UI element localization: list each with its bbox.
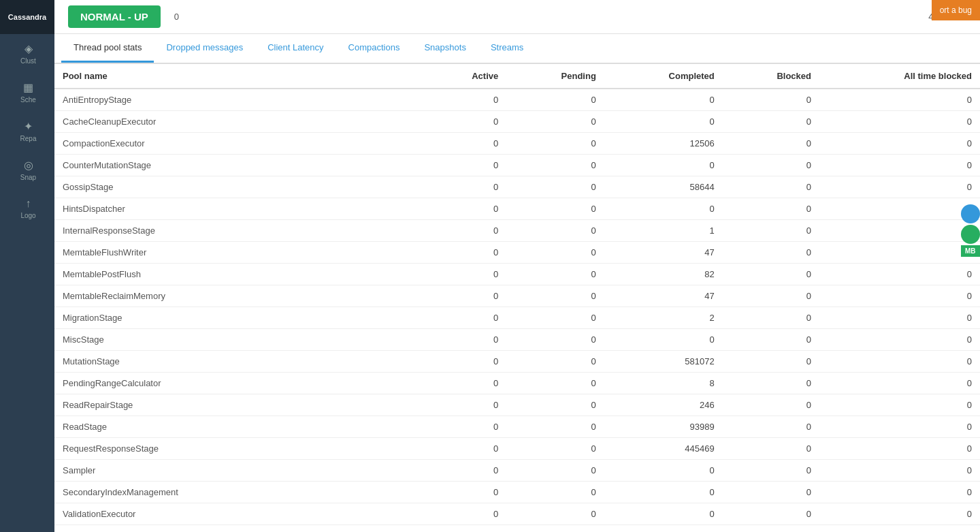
cell-pool-name: MutationStage [54,351,425,373]
cell-all-time-blocked: 0 [819,373,980,394]
bug-report-button[interactable]: ort a bug [932,0,980,20]
cell-active: 0 [425,416,506,438]
cell-active: 0 [425,351,506,373]
header-stat1: 0 [174,12,179,22]
indicator-green [961,225,980,244]
cell-blocked: 0 [723,503,819,525]
cell-blocked: 0 [723,351,819,373]
cell-pool-name: ViewMutationStage [54,525,425,533]
table-row: CompactionExecutor 0 0 12506 0 0 [54,133,980,155]
tab-snapshots[interactable]: Snapshots [412,34,478,63]
cell-pending: 0 [506,351,604,373]
table-row: HintsDispatcher 0 0 0 0 0 [54,198,980,220]
sidebar: Cassandra ◈ Clust ▦ Sche ✦ Repa ◎ Snap ↑… [0,0,54,532]
cell-completed: 0 [604,482,723,503]
table-row: GossipStage 0 0 58644 0 0 [54,176,980,198]
cell-completed: 0 [604,460,723,482]
cell-blocked: 0 [723,220,819,242]
cell-pool-name: CacheCleanupExecutor [54,111,425,133]
cell-pending: 0 [506,373,604,394]
cell-pending: 0 [506,482,604,503]
cell-pool-name: ReadRepairStage [54,394,425,416]
cell-all-time-blocked: 0 [819,133,980,155]
cell-completed: 82 [604,264,723,285]
table-row: MutationStage 0 0 581072 0 0 [54,351,980,373]
cell-active: 0 [425,111,506,133]
cell-pending: 0 [506,438,604,460]
cell-pool-name: Sampler [54,460,425,482]
cell-blocked: 0 [723,176,819,198]
cell-completed: 246 [604,394,723,416]
cell-active: 0 [425,525,506,533]
sidebar-item-clusters[interactable]: ◈ Clust [0,34,54,73]
cell-all-time-blocked: 0 [819,307,980,329]
cell-active: 0 [425,285,506,307]
cell-active: 0 [425,503,506,525]
cell-active: 0 [425,155,506,176]
cell-completed: 0 [604,525,723,533]
table-row: MemtableReclaimMemory 0 0 47 0 0 [54,285,980,307]
cell-active: 0 [425,220,506,242]
cell-all-time-blocked: 0 [819,176,980,198]
sidebar-item-scheduler[interactable]: ▦ Sche [0,73,54,112]
cell-blocked: 0 [723,416,819,438]
cell-all-time-blocked: 0 [819,438,980,460]
thread-pool-table: Pool name Active Pending Completed Block… [54,63,980,532]
table-row: AntiEntropyStage 0 0 0 0 0 [54,89,980,111]
table-row: PendingRangeCalculator 0 0 8 0 0 [54,373,980,394]
cell-completed: 581072 [604,351,723,373]
sidebar-item-logout[interactable]: ↑ Logo [0,189,54,228]
cell-completed: 0 [604,198,723,220]
tab-client-latency[interactable]: Client Latency [255,34,336,63]
cell-pending: 0 [506,133,604,155]
col-blocked: Blocked [723,64,819,89]
cell-pool-name: HintsDispatcher [54,198,425,220]
cell-all-time-blocked: 0 [819,89,980,111]
table-row: ReadRepairStage 0 0 246 0 0 [54,394,980,416]
cell-completed: 0 [604,111,723,133]
cell-all-time-blocked: 0 [819,525,980,533]
cell-blocked: 0 [723,155,819,176]
cell-pool-name: PendingRangeCalculator [54,373,425,394]
table-row: ValidationExecutor 0 0 0 0 0 [54,503,980,525]
cell-active: 0 [425,438,506,460]
tab-thread-pool-stats[interactable]: Thread pool stats [61,34,154,63]
cell-completed: 445469 [604,438,723,460]
cell-blocked: 0 [723,264,819,285]
cell-active: 0 [425,242,506,264]
col-pool-name: Pool name [54,64,425,89]
cell-pending: 0 [506,394,604,416]
cell-pool-name: MigrationStage [54,307,425,329]
cell-active: 0 [425,329,506,351]
table-row: InternalResponseStage 0 0 1 0 0 [54,220,980,242]
cell-all-time-blocked: 0 [819,220,980,242]
cell-blocked: 0 [723,133,819,155]
sidebar-item-repair[interactable]: ✦ Repa [0,112,54,151]
table-row: CacheCleanupExecutor 0 0 0 0 0 [54,111,980,133]
cell-active: 0 [425,133,506,155]
sidebar-item-snapshots[interactable]: ◎ Snap [0,151,54,189]
sidebar-item-scheduler-label: Sche [20,96,36,104]
cell-pool-name: MemtableReclaimMemory [54,285,425,307]
cell-all-time-blocked: 0 [819,198,980,220]
indicator-blue [961,204,980,223]
cell-active: 0 [425,460,506,482]
sidebar-item-logout-label: Logo [20,212,35,219]
cell-completed: 2 [604,307,723,329]
cell-blocked: 0 [723,242,819,264]
table-row: ReadStage 0 0 93989 0 0 [54,416,980,438]
cell-completed: 0 [604,89,723,111]
cell-pending: 0 [506,329,604,351]
cell-blocked: 0 [723,285,819,307]
cell-completed: 8 [604,373,723,394]
cell-active: 0 [425,373,506,394]
cell-all-time-blocked: 0 [819,416,980,438]
cell-blocked: 0 [723,394,819,416]
cell-pool-name: CompactionExecutor [54,133,425,155]
tab-dropped-messages[interactable]: Dropped messages [154,34,255,63]
tab-streams[interactable]: Streams [478,34,536,63]
repair-icon: ✦ [24,120,33,133]
cell-pool-name: MemtablePostFlush [54,264,425,285]
cell-blocked: 0 [723,525,819,533]
tab-compactions[interactable]: Compactions [336,34,412,63]
